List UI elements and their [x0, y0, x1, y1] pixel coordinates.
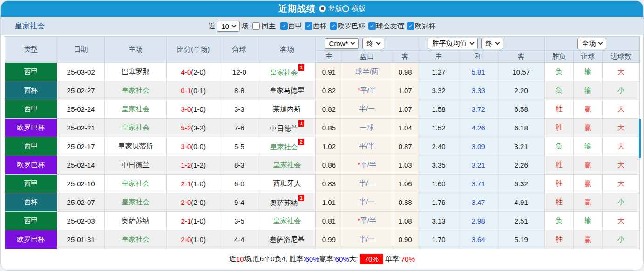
layout-radio-option[interactable]: 横版 — [342, 4, 366, 13]
corner-score: 12-0 — [220, 63, 258, 81]
scrollbar-thumb[interactable] — [639, 119, 641, 158]
checkbox-icon: ✓ — [280, 22, 288, 30]
avg-away: 2.20 — [498, 81, 544, 100]
matches-label: 场 — [242, 22, 249, 31]
table-row: 西甲 25-02-03 奥萨苏纳 2-1(1-0) 3-5 皇家社会 0.81 … — [5, 212, 640, 230]
home-team[interactable]: 皇家社会 — [105, 230, 167, 249]
avg-draw: 3.71 — [459, 175, 498, 193]
avg-type-select[interactable]: 胜平负均值 — [428, 38, 478, 49]
score: 3-0(0-0) — [167, 137, 220, 156]
home-team[interactable]: 皇家社会 — [105, 175, 167, 193]
corner-score: 8-8 — [220, 81, 258, 100]
odds-away: 0.87 — [392, 137, 419, 156]
avg-home: 3.32 — [419, 81, 459, 100]
away-team[interactable]: 皇家社会 — [258, 156, 316, 175]
avg-stage-select[interactable]: 终 — [481, 38, 503, 49]
odds-away: 1.08 — [392, 212, 419, 230]
result-goals: 大 — [602, 212, 639, 230]
col-away: 客场 — [258, 37, 316, 63]
match-date: 25-02-14 — [57, 156, 105, 175]
result-handicap: 赢 — [573, 100, 602, 119]
home-team[interactable]: 中日德兰 — [105, 156, 167, 175]
league-filter-label: 球会友谊 — [376, 22, 404, 31]
odds-home: 0.86 — [316, 156, 342, 175]
result-handicap: 赢 — [573, 193, 602, 212]
result-goals: 小 — [602, 193, 639, 212]
odds-select-group: Crow* 终 — [316, 37, 419, 51]
chevron-down-icon — [351, 41, 355, 45]
table-row: 西甲 25-02-10 皇家社会 2-1(1-0) 6-0 西班牙人 0.83 … — [5, 175, 640, 193]
scope-select[interactable]: 全场 — [577, 38, 606, 49]
odds-away: 1.07 — [392, 100, 419, 119]
away-team[interactable]: 西班牙人 — [258, 175, 316, 193]
home-team[interactable]: 奥萨苏纳 — [105, 212, 167, 230]
avg-home: 3.35 — [419, 156, 459, 175]
odds-away: 1.07 — [392, 81, 419, 100]
home-team[interactable]: 皇家社会 — [105, 100, 167, 119]
corner-score: 8-3 — [220, 156, 258, 175]
away-team[interactable]: 莱加内斯 — [258, 100, 316, 119]
home-team[interactable]: 皇家社会 — [105, 81, 167, 100]
league-filter[interactable]: ✓ 球会友谊 — [368, 22, 404, 31]
home-team[interactable]: 皇家贝蒂斯 — [105, 137, 167, 156]
league-filter[interactable]: ✓ 西杯 — [305, 22, 327, 31]
score: 0-1(0-1) — [167, 81, 220, 100]
home-team[interactable]: 皇家社会 — [105, 193, 167, 212]
table-row: 西杯 25-02-07 皇家社会 2-0(2-0) 9-4 奥萨苏纳1 1.01… — [5, 193, 640, 212]
away-team[interactable]: 奥萨苏纳1 — [258, 193, 316, 212]
away-team[interactable]: 塞萨洛尼基 — [258, 230, 316, 249]
league-filter[interactable]: ✓ 欧罗巴杯 — [330, 22, 366, 31]
result-winlose: 胜 — [544, 119, 573, 137]
corner-score: 6-0 — [220, 175, 258, 193]
avg-home: 1.58 — [419, 100, 459, 119]
result-winlose: 胜 — [544, 156, 573, 175]
checkbox-icon: ✓ — [407, 22, 414, 30]
away-team[interactable]: 皇家社会2 — [258, 137, 316, 156]
rank-badge: 1 — [298, 120, 304, 127]
avg-home: 1.27 — [419, 63, 459, 81]
table-row: 西甲 25-03-02 巴塞罗那 4-0(2-0) 12-0 皇家社会1 0.9… — [5, 63, 640, 81]
checkbox-icon: ✓ — [368, 22, 376, 30]
away-team[interactable]: 皇家社会 — [258, 212, 316, 230]
summary-segment: 60% — [305, 255, 319, 263]
panel-title: 近期战绩 — [278, 3, 316, 15]
filter-controls: 近 10 场 同主 ✓ 西甲 ✓ 西杯 ✓ 欧罗巴杯 ✓ 球会友谊 ✓ 欧冠杯 — [208, 21, 436, 32]
summary-segment: 60% — [335, 255, 349, 263]
result-handicap: 赢 — [573, 175, 602, 193]
score: 5-2(3-2) — [167, 119, 220, 137]
odds-home: 0.82 — [316, 81, 342, 100]
odds-stage-select[interactable]: 终 — [362, 38, 384, 49]
avg-home: 1.76 — [419, 193, 459, 212]
away-team[interactable]: 皇家社会1 — [258, 63, 316, 81]
col-home: 主场 — [105, 37, 167, 63]
layout-radio-selected[interactable]: 竖版 — [319, 4, 342, 13]
avg-away: 2.26 — [498, 156, 544, 175]
col-odds-away: 客 — [392, 51, 419, 63]
score: 3-0(1-0) — [167, 100, 220, 119]
handicap: 半/一 — [342, 230, 392, 249]
team-name-link[interactable]: 皇家社会 — [15, 21, 45, 31]
home-team[interactable]: 巴塞罗那 — [105, 63, 167, 81]
chevron-down-icon — [469, 41, 474, 45]
handicap: 半/一 — [342, 193, 392, 212]
home-team[interactable]: 皇家社会 — [105, 119, 167, 137]
avg-away: 6.32 — [498, 175, 544, 193]
league-badge: 西甲 — [5, 63, 57, 81]
col-handicap: 盘口 — [342, 51, 392, 63]
away-team[interactable]: 皇家马德里 — [258, 81, 316, 100]
bookmaker-select[interactable]: Crow* — [325, 38, 359, 49]
result-goals: 大 — [602, 119, 639, 137]
avg-draw: 3.09 — [459, 137, 498, 156]
league-filter[interactable]: ✓ 西甲 — [280, 22, 302, 31]
away-team[interactable]: 中日德兰1 — [258, 119, 316, 137]
odds-home: 1.01 — [316, 193, 342, 212]
result-handicap: 输 — [573, 63, 602, 81]
same-home-checkbox[interactable]: 同主 — [252, 22, 276, 31]
match-count-select[interactable]: 10 — [217, 21, 240, 32]
avg-away: 3.21 — [498, 137, 544, 156]
league-filter[interactable]: ✓ 欧冠杯 — [407, 22, 436, 31]
col-score: 比分(半场) — [167, 37, 220, 63]
summary-segment: 70% — [401, 255, 415, 263]
league-badge: 西杯 — [5, 81, 57, 100]
result-handicap: 赢 — [573, 230, 602, 249]
